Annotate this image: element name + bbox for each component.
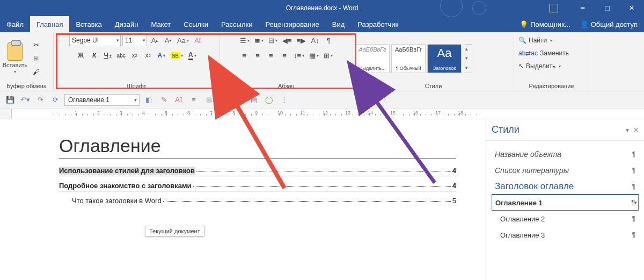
style-card-heading[interactable]: Аа Заголовок: [427, 44, 462, 73]
styles-pane-options-icon[interactable]: ▾: [626, 126, 629, 134]
styles-body: АаБбВвГг Выделить... АаБбВвГг ¶ Обычный …: [355, 34, 511, 82]
title-bar: Оглавление.docx - Word ━ ▢ ✕: [0, 0, 644, 16]
toc-page: 4: [452, 182, 456, 190]
style-item-selected[interactable]: Оглавление 1¶: [492, 195, 639, 211]
align-left-button[interactable]: ≡: [238, 49, 250, 61]
shrink-font-button[interactable]: A▾: [162, 34, 174, 46]
save-button[interactable]: 💾: [4, 94, 16, 106]
copy-button[interactable]: ⎘: [30, 53, 42, 64]
tab-design[interactable]: Дизайн: [108, 16, 145, 32]
style-item[interactable]: Список литературы¶: [492, 162, 639, 178]
numbering-button[interactable]: ≣: [253, 34, 265, 46]
toc-page: 4: [452, 167, 456, 175]
qat-btn-4[interactable]: ≡: [188, 94, 200, 106]
repeat-button[interactable]: ⟳: [49, 94, 61, 106]
cut-button[interactable]: ✂: [30, 39, 42, 51]
toc-entry-3: Что такое заголовки в Word 5: [59, 197, 456, 206]
justify-button[interactable]: ≡: [279, 49, 290, 61]
find-button[interactable]: 🔍Найти: [516, 34, 554, 46]
change-case-button[interactable]: Aa: [175, 34, 191, 46]
style-card-select[interactable]: АаБбВвГг Выделить...: [355, 44, 390, 73]
replace-button[interactable]: ab⇄acЗаменить: [516, 47, 571, 59]
strikethrough-button[interactable]: abc: [115, 49, 127, 61]
qat-btn-1[interactable]: ◧: [143, 94, 155, 106]
qat-btn-2[interactable]: ✎: [158, 94, 170, 106]
share-button[interactable]: 👤Общий доступ: [580, 20, 638, 28]
tab-right-area: 💡Помощник... 👤Общий доступ: [519, 20, 644, 28]
italic-button[interactable]: К: [89, 49, 100, 61]
show-marks-button[interactable]: ¶: [323, 34, 334, 46]
pilcrow-icon: ¶: [632, 215, 635, 222]
qat-btn-7[interactable]: ◫: [233, 94, 245, 106]
sort-button[interactable]: A↓: [309, 34, 321, 46]
paste-icon: [8, 42, 23, 61]
text-effects-button[interactable]: A: [156, 49, 167, 61]
style-item[interactable]: Оглавление 3¶: [492, 227, 639, 243]
align-right-button[interactable]: ≡: [265, 49, 277, 61]
qat-btn-10[interactable]: ⋮: [278, 94, 290, 106]
clear-formatting-button[interactable]: A⃠: [192, 34, 204, 46]
horizontal-ruler[interactable]: 123456789101112131415161718: [0, 109, 644, 119]
styles-gallery-scroll[interactable]: ▴▾▾: [465, 44, 472, 73]
multilevel-button[interactable]: ⊟: [267, 34, 279, 46]
window-controls: ━ ▢ ✕: [543, 0, 644, 16]
align-center-button[interactable]: ≡: [252, 49, 264, 61]
superscript-button[interactable]: x2: [142, 49, 154, 61]
tell-me[interactable]: 💡Помощник...: [519, 20, 570, 28]
font-name-select[interactable]: Segoe UI: [69, 34, 121, 46]
style-item[interactable]: Название объекта¶: [492, 146, 639, 162]
styles-pane-header: Стили ▾✕: [486, 119, 644, 141]
tab-view[interactable]: Вид: [326, 16, 352, 32]
qat-btn-9[interactable]: ◯: [263, 94, 275, 106]
paste-button[interactable]: Вставить ▾: [2, 42, 28, 74]
tab-layout[interactable]: Макет: [144, 16, 177, 32]
replace-label: Заменить: [540, 49, 569, 57]
style-item-label: Оглавление 3: [500, 231, 545, 239]
grow-font-button[interactable]: A▴: [149, 34, 160, 46]
tab-references[interactable]: Ссылки: [177, 16, 215, 32]
tab-home[interactable]: Главная: [30, 16, 69, 32]
font-color-button[interactable]: A: [186, 49, 198, 61]
qat-btn-3[interactable]: A⃠: [173, 94, 185, 106]
font-size-select[interactable]: 11: [122, 34, 147, 46]
bullets-button[interactable]: ☰: [238, 34, 251, 46]
style-item[interactable]: Оглавление 2¶: [492, 211, 639, 227]
underline-button[interactable]: Ч: [102, 49, 114, 61]
select-button[interactable]: ↖Выделить: [516, 60, 563, 72]
undo-button[interactable]: ↶▾: [19, 94, 31, 106]
style-preview: АаБбВвГг: [395, 46, 422, 53]
format-painter-button[interactable]: 🖌: [30, 66, 42, 78]
styles-pane-close-icon[interactable]: ✕: [633, 126, 639, 134]
minimize-button[interactable]: ━: [570, 0, 595, 16]
borders-button[interactable]: ⊞: [322, 49, 334, 61]
tab-review[interactable]: Рецензирование: [259, 16, 325, 32]
shading-button[interactable]: ▦: [308, 49, 320, 61]
style-card-normal[interactable]: АаБбВвГг ¶ Обычный: [391, 44, 426, 73]
style-preview: АаБбВвГг: [358, 46, 386, 53]
decrease-indent-button[interactable]: ◀≡: [281, 34, 294, 46]
style-item-label: Список литературы: [495, 166, 569, 175]
tab-developer[interactable]: Разработчик: [351, 16, 405, 32]
tab-file[interactable]: Файл: [0, 16, 30, 32]
style-item[interactable]: Заголовок оглавле¶: [492, 178, 639, 195]
bold-button[interactable]: Ж: [75, 49, 87, 61]
style-selector[interactable]: Оглавление 1: [64, 94, 140, 106]
tab-mailings[interactable]: Рассылки: [215, 16, 259, 32]
toc-leader: [193, 186, 451, 186]
close-button[interactable]: ✕: [619, 0, 644, 16]
line-spacing-button[interactable]: ↕≡: [292, 49, 306, 61]
increase-indent-button[interactable]: ≡▶: [295, 34, 308, 46]
subscript-button[interactable]: x2: [129, 49, 141, 61]
toc-leader: [163, 201, 451, 202]
ribbon-display-options-icon[interactable]: [543, 0, 565, 16]
document-area[interactable]: Оглавление Использование стилей для заго…: [0, 119, 486, 280]
qat-btn-6[interactable]: ▦: [218, 94, 230, 106]
highlight-button[interactable]: aʙ: [169, 49, 185, 61]
qat-btn-8[interactable]: ▤: [248, 94, 260, 106]
maximize-button[interactable]: ▢: [595, 0, 619, 16]
qat-btn-5[interactable]: ⊞: [203, 94, 215, 106]
redo-button[interactable]: ↷: [34, 94, 46, 106]
tab-insert[interactable]: Вставка: [69, 16, 108, 32]
style-name: Заголовок: [433, 66, 456, 71]
toc-text: Подробное знакомство с заголовками: [59, 182, 192, 190]
